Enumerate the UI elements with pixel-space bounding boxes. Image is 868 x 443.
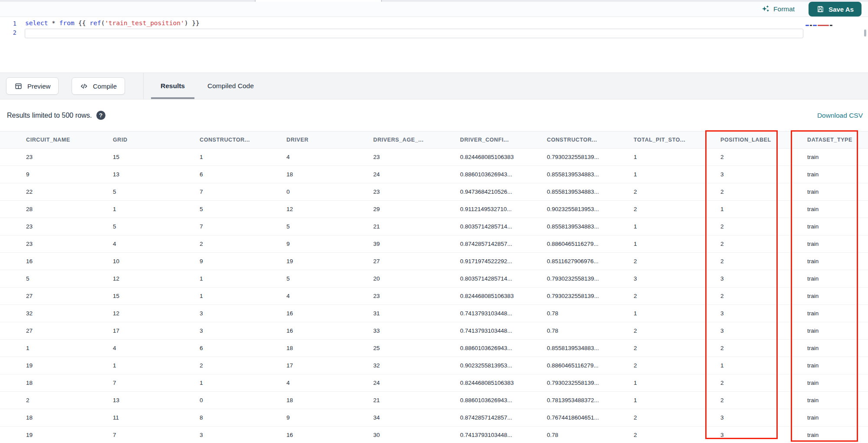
preview-label: Preview — [27, 83, 50, 90]
line-number: 2 — [8, 29, 16, 36]
table-cell: 0.8860465116279... — [547, 241, 634, 247]
tab-results[interactable]: Results — [151, 73, 194, 99]
table-cell: 2 — [720, 188, 807, 195]
table-cell: 7 — [113, 380, 200, 386]
table-row: 2717316330.7413793103448...0.7823train — [0, 322, 868, 340]
table-cell: 24 — [373, 171, 460, 178]
table-cell: 34 — [373, 414, 460, 421]
table-cell: 0.8558139534883... — [547, 171, 634, 178]
table-cell: 1 — [200, 275, 286, 282]
table-cell: 39 — [373, 241, 460, 247]
code-token: select — [25, 20, 48, 26]
table-cell: 24 — [373, 380, 460, 386]
table-cell: 21 — [373, 223, 460, 230]
table-cell: 27 — [26, 293, 113, 299]
table-cell: 3 — [634, 275, 720, 282]
table-cell: 5 — [113, 223, 200, 230]
results-limit-text: Results limited to 500 rows. — [7, 112, 92, 119]
table-cell: 23 — [26, 154, 113, 160]
table-cell: 5 — [286, 275, 373, 282]
table-cell: 5 — [286, 223, 373, 230]
table-cell: train — [807, 310, 868, 317]
table-cell: 23 — [26, 223, 113, 230]
table-cell: 23 — [373, 188, 460, 195]
table-cell: 0.8742857142857... — [460, 241, 547, 247]
table-cell: 33 — [373, 327, 460, 334]
table-cell: 2 — [634, 206, 720, 212]
column-header: DRIVER_CONFI... — [460, 137, 547, 143]
table-cell: 0.8860103626943... — [460, 397, 547, 403]
table-cell: 0.9023255813953... — [460, 362, 547, 369]
table-cell: train — [807, 432, 868, 438]
table-cell: 2 — [634, 188, 720, 195]
download-csv-link[interactable]: Download CSV — [817, 112, 863, 119]
table-cell: 11 — [113, 414, 200, 421]
table-cell: 0.8558139534883... — [547, 223, 634, 230]
table-cell: 15 — [113, 154, 200, 160]
table-cell: 12 — [113, 310, 200, 317]
table-cell: train — [807, 258, 868, 264]
table-cell: 1 — [634, 223, 720, 230]
results-header: Results limited to 500 rows. ? Download … — [0, 99, 868, 131]
table-cell: 16 — [286, 327, 373, 334]
line-number: 1 — [8, 20, 16, 27]
table-cell: train — [807, 397, 868, 403]
table-cell: 30 — [373, 432, 460, 438]
table-cell: train — [807, 275, 868, 282]
code-line: select * from {{ ref('train_test_positio… — [25, 20, 200, 26]
table-cell: train — [807, 206, 868, 212]
table-cell: 2 — [634, 258, 720, 264]
table-cell: 19 — [286, 258, 373, 264]
results-table: CIRCUIT_NAMEGRIDCONSTRUCTOR...DRIVERDRIV… — [0, 131, 868, 443]
table-cell: 0 — [286, 188, 373, 195]
table-cell: 0.824468085106383 — [460, 293, 547, 299]
table-cell: 0.8860103626943... — [460, 345, 547, 351]
table-cell: 31 — [373, 310, 460, 317]
table-cell: 3 — [720, 327, 807, 334]
table-cell: 2 — [720, 345, 807, 351]
table-cell: 3 — [720, 414, 807, 421]
format-button[interactable]: Format — [761, 5, 795, 13]
table-cell: 1 — [634, 310, 720, 317]
tab-compiled-code[interactable]: Compiled Code — [198, 73, 263, 99]
code-editor[interactable]: 1 2 select * from {{ ref('train_test_pos… — [0, 17, 868, 73]
table-cell: 12 — [113, 275, 200, 282]
table-cell: 28 — [26, 206, 113, 212]
table-cell: 2 — [720, 293, 807, 299]
table-cell: 0.7930232558139... — [547, 275, 634, 282]
code-icon — [80, 82, 88, 90]
table-cell: 2 — [634, 293, 720, 299]
table-row: 18714240.8244680851063830.7930232558139.… — [0, 374, 868, 392]
table-cell: train — [807, 154, 868, 160]
table-cell: 5 — [113, 188, 200, 195]
column-header: CONSTRUCTOR... — [547, 137, 634, 143]
table-cell: 0.78 — [547, 310, 634, 317]
table-cell: 5 — [26, 275, 113, 282]
table-cell: 2 — [634, 345, 720, 351]
table-row: 51215200.8035714285714...0.7930232558139… — [0, 270, 868, 288]
editor-scrollbar-thumb[interactable] — [864, 30, 866, 36]
column-header: DRIVERS_AGE_... — [373, 137, 460, 143]
preview-button[interactable]: Preview — [6, 77, 59, 95]
column-header: GRID — [113, 137, 200, 143]
table-row: 3212316310.7413793103448...0.7813train — [0, 305, 868, 322]
divider — [143, 73, 144, 99]
table-cell: 4 — [286, 380, 373, 386]
table-cell: 10 — [113, 258, 200, 264]
table-icon — [14, 82, 23, 90]
save-as-button[interactable]: Save As — [809, 2, 861, 17]
table-cell: 16 — [26, 258, 113, 264]
table-cell: 2 — [200, 362, 286, 369]
table-cell: 9 — [26, 171, 113, 178]
table-cell: 20 — [373, 275, 460, 282]
editor-minimap[interactable] — [806, 25, 838, 26]
table-cell: 27 — [373, 258, 460, 264]
table-row: 197316300.7413793103448...0.7823train — [0, 426, 868, 443]
compile-button[interactable]: Compile — [72, 77, 125, 95]
table-cell: 3 — [720, 310, 807, 317]
table-cell: 2 — [634, 362, 720, 369]
help-icon[interactable]: ? — [96, 111, 105, 120]
table-cell: 12 — [286, 206, 373, 212]
table-cell: train — [807, 171, 868, 178]
active-line-box — [25, 29, 803, 38]
